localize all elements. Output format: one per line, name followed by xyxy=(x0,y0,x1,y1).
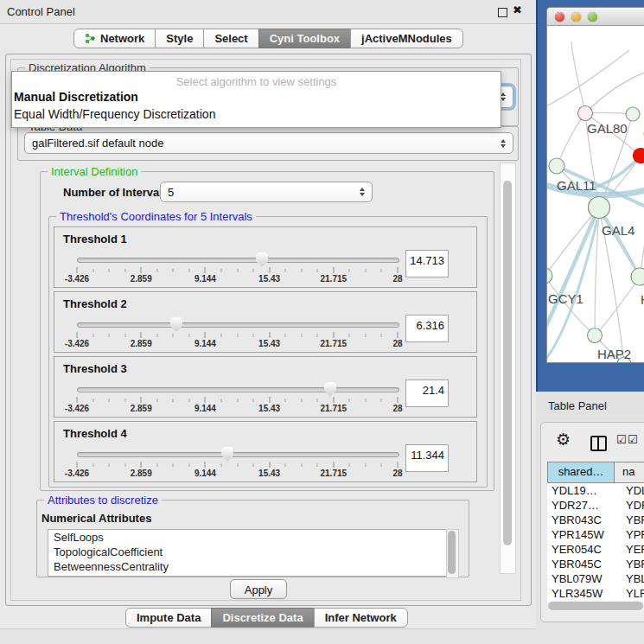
network-node[interactable] xyxy=(547,268,552,284)
table-row[interactable]: YDL19…YDL1 xyxy=(547,483,644,498)
network-edge[interactable] xyxy=(640,199,644,277)
network-node[interactable] xyxy=(578,106,593,121)
attribute-item[interactable]: TopologicalCoefficient xyxy=(48,545,446,559)
table-row[interactable]: YBR045CYBR0 xyxy=(547,557,644,571)
table-horizontal-scrollbar[interactable] xyxy=(547,601,644,611)
content-vertical-scrollbar[interactable] xyxy=(500,163,516,574)
tab-jactivemnodules[interactable]: jActiveMNodules xyxy=(350,29,463,48)
tick-mark xyxy=(156,334,157,337)
network-edge[interactable] xyxy=(547,50,629,108)
network-edge[interactable] xyxy=(557,113,585,166)
screen: Control Panel ✖ NetworkStyleSelectCyni T… xyxy=(0,0,644,644)
table-panel-title: Table Panel xyxy=(548,399,607,412)
attributes-listbox[interactable]: SelfLoopsTopologicalCoefficientBetweenne… xyxy=(48,529,447,577)
threshold-slider[interactable]: -3.4262.8599.14415.4321.71528 xyxy=(77,316,398,349)
node-table: shared… na YDL19…YDL1YDR27…YDR2YBR043CYB… xyxy=(547,462,644,603)
network-edge[interactable] xyxy=(599,209,640,277)
network-node[interactable] xyxy=(626,107,640,121)
network-canvas[interactable]: GAL80GACGAL11GAL4GCY1HHAP2 xyxy=(547,26,644,363)
columns-icon[interactable] xyxy=(590,436,607,451)
attribute-item[interactable]: SelfLoops xyxy=(48,530,446,545)
network-edge[interactable] xyxy=(547,207,599,333)
slider-tick-labels: -3.4262.8599.14415.4321.71528 xyxy=(77,274,398,284)
tab-discretize-data[interactable]: Discretize Data xyxy=(211,608,314,628)
tick-mark xyxy=(156,399,157,402)
threshold-value-field[interactable]: 6.316 xyxy=(405,315,449,342)
threshold-slider[interactable]: -3.4262.8599.14415.4321.71528 xyxy=(77,381,398,414)
network-node[interactable] xyxy=(631,268,644,285)
cell-shared-name[interactable]: YER054C xyxy=(547,542,617,557)
network-edge[interactable] xyxy=(585,71,644,113)
cell-shared-name[interactable]: YLR345W xyxy=(547,586,617,601)
cell-name[interactable]: YDL1 xyxy=(617,483,644,498)
mac-zoom-icon[interactable] xyxy=(588,12,597,22)
table-data-combobox[interactable]: galFiltered.sif default node xyxy=(24,132,513,154)
algorithm-option[interactable]: Equal Width/Frequency Discretization xyxy=(12,105,501,123)
close-icon[interactable]: ✖ xyxy=(513,3,522,16)
network-edge[interactable] xyxy=(595,277,640,335)
slider-thumb[interactable] xyxy=(221,447,234,462)
tab-style[interactable]: Style xyxy=(155,29,204,48)
threshold-slider[interactable]: -3.4262.8599.14415.4321.71528 xyxy=(77,446,398,479)
tab-infer-network[interactable]: Infer Network xyxy=(314,608,408,628)
slider-ticks xyxy=(77,332,398,339)
cell-name[interactable]: YBL0 xyxy=(617,571,644,586)
threshold-value-field[interactable]: 21.4 xyxy=(405,379,449,407)
cell-name[interactable]: YBR0 xyxy=(617,557,644,571)
table-row[interactable]: YPR145WYPR1 xyxy=(547,527,644,542)
table-row[interactable]: YBL079WYBL0 xyxy=(547,571,644,586)
number-of-intervals-combobox[interactable]: 5 xyxy=(160,182,373,202)
tab-impute-data[interactable]: Impute Data xyxy=(125,608,212,628)
cell-shared-name[interactable]: YPR145W xyxy=(547,527,617,542)
network-node[interactable] xyxy=(549,158,564,174)
cell-shared-name[interactable]: YBR043C xyxy=(547,513,617,527)
cell-name[interactable]: YDR2 xyxy=(617,498,644,513)
table-row[interactable]: YLR345WYLR3 xyxy=(547,586,644,601)
float-icon[interactable] xyxy=(498,8,507,17)
scrollbar-thumb[interactable] xyxy=(503,181,512,545)
mac-close-icon[interactable] xyxy=(555,12,564,22)
slider-thumb[interactable] xyxy=(256,252,269,267)
tick-label: 21.715 xyxy=(321,339,348,348)
mac-minimize-icon[interactable] xyxy=(571,12,581,22)
slider-thumb[interactable] xyxy=(324,382,337,397)
cell-name[interactable]: YLR3 xyxy=(617,586,644,601)
table-row[interactable]: YDR27…YDR2 xyxy=(547,498,644,513)
algorithm-option[interactable]: Manual Discretization xyxy=(12,88,501,105)
network-edge[interactable] xyxy=(571,41,585,113)
cell-name[interactable]: YER0 xyxy=(617,542,644,557)
cell-shared-name[interactable]: YDL19… xyxy=(547,483,617,498)
gear-icon[interactable]: ⚙ xyxy=(556,430,571,450)
scrollbar-thumb[interactable] xyxy=(448,531,456,574)
network-node[interactable] xyxy=(588,328,603,343)
cell-shared-name[interactable]: YDR27… xyxy=(547,498,617,513)
checkbox-icon[interactable]: ☑ xyxy=(616,433,627,446)
attribute-item[interactable]: BetweennessCentrality xyxy=(48,559,446,574)
apply-button[interactable]: Apply xyxy=(230,579,287,599)
table-row[interactable]: YBR043CYBR0 xyxy=(547,513,644,527)
top-tab-bar: NetworkStyleSelectCyni ToolboxjActiveMNo… xyxy=(73,29,463,48)
column-header-shared-name[interactable]: shared… xyxy=(547,462,615,482)
cell-name[interactable]: YBR0 xyxy=(617,513,644,527)
cell-shared-name[interactable]: YBR045C xyxy=(547,557,617,571)
cell-shared-name[interactable]: YBL079W xyxy=(547,571,617,586)
tick-label: 9.144 xyxy=(194,339,216,348)
attributes-scrollbar[interactable] xyxy=(446,529,459,578)
threshold-value-field[interactable]: 11.344 xyxy=(405,444,449,472)
tab-cyni-toolbox[interactable]: Cyni Toolbox xyxy=(258,29,351,48)
tick-mark xyxy=(124,399,125,402)
checkbox-icon[interactable]: ☑ xyxy=(628,433,638,446)
tab-select[interactable]: Select xyxy=(203,29,258,48)
tick-mark xyxy=(188,269,189,272)
scrollbar-thumb[interactable] xyxy=(548,602,643,610)
column-header-name[interactable]: na xyxy=(615,462,644,482)
table-row[interactable]: YER054CYER0 xyxy=(547,542,644,557)
slider-thumb[interactable] xyxy=(170,317,183,332)
tab-network[interactable]: Network xyxy=(73,29,156,48)
network-node[interactable] xyxy=(589,197,610,219)
threshold-slider[interactable]: -3.4262.8599.14415.4321.71528 xyxy=(77,252,398,284)
number-of-intervals-value: 5 xyxy=(168,186,174,199)
network-node[interactable] xyxy=(634,149,644,163)
threshold-value-field[interactable]: 14.713 xyxy=(405,250,449,277)
cell-name[interactable]: YPR1 xyxy=(617,527,644,542)
